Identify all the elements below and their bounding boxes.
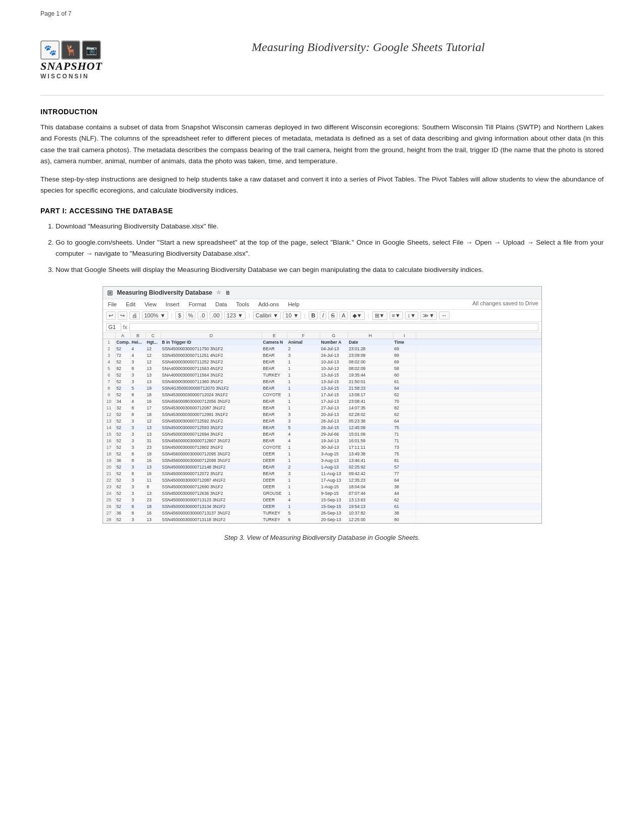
header-number: Number A	[320, 339, 348, 345]
cell-d: SSN4500030000712636 3N1F2	[161, 490, 262, 496]
percent-button[interactable]: %	[186, 311, 196, 319]
fill-color-button[interactable]: ◆▼	[350, 311, 365, 320]
cell-a: 52	[116, 431, 131, 437]
header-date: Date	[348, 339, 393, 345]
cell-b: 3	[131, 497, 146, 503]
steps-list: Download "Measuring Biodiversity Databas…	[56, 221, 604, 276]
cell-g: 20-Sep-13	[320, 517, 348, 523]
cell-a: 72	[116, 352, 131, 358]
row-num: 22	[103, 477, 116, 483]
cell-h: 10:37:82	[348, 510, 393, 516]
menu-data[interactable]: Data	[213, 300, 229, 308]
cell-i: 61	[393, 379, 416, 385]
dec-inc-button[interactable]: .00	[210, 311, 222, 319]
cell-e: BEAR	[262, 405, 287, 411]
font-size-dropdown[interactable]: 10 ▼	[283, 311, 301, 319]
table-row: 27 36 8 16 SSN4560000030000713137 3N1F2 …	[103, 510, 541, 517]
cell-b: 4	[131, 352, 146, 358]
cell-i: 73	[393, 444, 416, 450]
cell-c: 18	[146, 411, 161, 418]
menu-insert[interactable]: Insert	[164, 300, 182, 308]
menu-tools[interactable]: Tools	[234, 300, 251, 308]
cell-i: 82	[393, 405, 416, 411]
cell-i: 60	[393, 372, 416, 378]
step-1-text: Download "Measuring Biodiversity Databas…	[56, 222, 218, 230]
table-row: 26 52 8 18 SSN45000030000713134 3N1F2 DE…	[103, 503, 541, 510]
row-num: 21	[103, 471, 116, 477]
zoom-dropdown[interactable]: 100% ▼	[142, 311, 168, 319]
table-row: 17 52 3 23 SSN4500030000712802 3N1F2 COY…	[103, 444, 541, 451]
part1-heading: PART I: ACCESSING THE DATABASE	[40, 207, 604, 215]
cell-i: 71	[393, 438, 416, 444]
cell-e: BEAR	[262, 438, 287, 444]
print-button[interactable]: 🖨	[129, 311, 140, 319]
cell-d: SSN4000030000711360 3N1F2	[161, 379, 262, 385]
row-num: 6	[103, 372, 116, 378]
cell-c: 19	[146, 385, 161, 391]
undo-button[interactable]: ↩	[106, 311, 116, 320]
cell-i: 75	[393, 451, 416, 457]
row-num: 24	[103, 490, 116, 496]
menu-addons[interactable]: Add-ons	[256, 300, 281, 308]
formula-input[interactable]	[129, 323, 538, 331]
dec-dec-button[interactable]: .0	[197, 311, 207, 319]
cell-d: SSN4500030000712593 3N1F2	[161, 425, 262, 431]
cell-d: SSN4500030000712690 3N1F2	[161, 484, 262, 490]
redo-button[interactable]: ↪	[118, 311, 127, 320]
cell-a: 52	[116, 438, 131, 444]
cell-i: 62	[393, 392, 416, 398]
rotate-button[interactable]: ↔	[439, 311, 450, 319]
cell-e: BEAR	[262, 431, 287, 437]
menu-help[interactable]: Help	[286, 300, 302, 308]
menu-file[interactable]: File	[106, 300, 119, 308]
col-B: B	[131, 333, 146, 339]
cell-f: 4	[287, 438, 320, 444]
table-row: 10 34 4 16 SSN4560008030000712056 3N1F2 …	[103, 398, 541, 405]
menu-view[interactable]: View	[142, 300, 159, 308]
row-1-num: 1	[103, 339, 116, 345]
snapshot-text: SNAPSHOT	[40, 60, 103, 73]
logo-icon-2: 🦌	[61, 40, 80, 60]
cell-b: 8	[131, 365, 146, 372]
cell-c: 13	[146, 490, 161, 496]
header-compass: Comp...	[116, 339, 131, 345]
cell-c: 16	[146, 398, 161, 404]
gs-star-icon: ☆	[216, 289, 221, 296]
cell-i: 62	[393, 411, 416, 418]
cell-d: SSN4G3500030000712070 3N1F2	[161, 385, 262, 391]
cell-b: 3	[131, 517, 146, 523]
cell-e: DEER	[262, 477, 287, 483]
text-color-button[interactable]: A	[339, 311, 348, 319]
cell-f: 1	[287, 457, 320, 464]
format-number-button[interactable]: 123 ▼	[224, 311, 245, 319]
cell-g: 15-Sep-13	[320, 497, 348, 503]
cell-reference[interactable]: G1	[106, 323, 121, 331]
merge-button[interactable]: ≡▼	[389, 311, 403, 319]
menu-format[interactable]: Format	[186, 300, 208, 308]
bold-button[interactable]: B	[309, 311, 318, 319]
borders-button[interactable]: ⊞▼	[372, 311, 387, 320]
cell-c: 13	[146, 464, 161, 470]
font-dropdown[interactable]: Calibri ▼	[253, 311, 281, 319]
row-num: 13	[103, 418, 116, 424]
cell-e: BEAR	[262, 365, 287, 372]
cell-f: 3	[287, 471, 320, 477]
row-num: 10	[103, 398, 116, 404]
wrap-button[interactable]: ≫▼	[420, 311, 437, 320]
currency-button[interactable]: $	[175, 311, 183, 319]
align-button[interactable]: ↕▼	[405, 311, 418, 319]
cell-a: 52	[116, 517, 131, 523]
cell-i: 38	[393, 510, 416, 516]
menu-edit[interactable]: Edit	[124, 300, 137, 308]
strikethrough-button[interactable]: S	[328, 311, 337, 319]
cell-g: 15-Sep-15	[320, 503, 348, 509]
row-num: 8	[103, 385, 116, 391]
cell-i: 77	[393, 471, 416, 477]
cell-d: SSN45000030000712148 3N1F2	[161, 464, 262, 470]
italic-button[interactable]: I	[320, 311, 326, 319]
cell-a: 82	[116, 365, 131, 372]
cell-h: 13:49:38	[348, 451, 393, 457]
cell-g: 26-Jul-15	[320, 425, 348, 431]
cell-h: 14:07:35	[348, 405, 393, 411]
table-row: 8 52 5 19 SSN4G3500030000712070 3N1F2 BE…	[103, 385, 541, 392]
